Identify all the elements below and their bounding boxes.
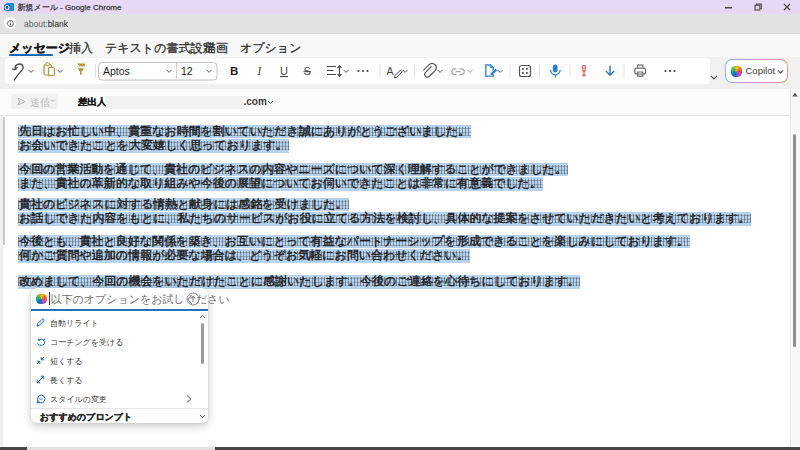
svg-text:S: S xyxy=(304,65,311,77)
svg-text:Aptos: Aptos xyxy=(103,65,130,77)
svg-text:U: U xyxy=(280,65,288,77)
svg-text:I: I xyxy=(257,65,263,77)
svg-text:A: A xyxy=(387,65,394,77)
svg-text:12: 12 xyxy=(181,65,193,77)
svg-text:B: B xyxy=(230,65,238,77)
